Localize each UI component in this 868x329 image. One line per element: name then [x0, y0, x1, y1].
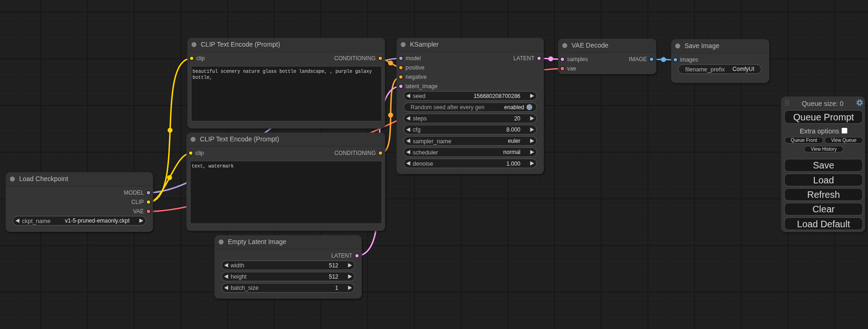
svg-text:bottle,: bottle,	[193, 75, 212, 80]
svg-text:sampler_name: sampler_name	[413, 138, 452, 145]
svg-text:steps: steps	[413, 115, 427, 122]
svg-text:Save: Save	[813, 160, 834, 170]
svg-text:LATENT: LATENT	[513, 55, 535, 62]
svg-text:CONDITIONING: CONDITIONING	[334, 150, 376, 156]
svg-text:filename_prefix: filename_prefix	[685, 66, 726, 73]
svg-text:clip: clip	[197, 55, 205, 62]
svg-text:enabled: enabled	[504, 104, 524, 111]
svg-text:negative: negative	[406, 74, 427, 80]
svg-text:156680208700286: 156680208700286	[473, 93, 520, 99]
svg-text:View Queue: View Queue	[831, 138, 857, 143]
svg-text:Clear: Clear	[812, 204, 835, 214]
svg-text:ComfyUI: ComfyUI	[733, 66, 755, 72]
svg-text:CONDITIONING: CONDITIONING	[334, 55, 376, 62]
svg-text:Refresh: Refresh	[807, 189, 840, 200]
svg-text:Extra options: Extra options	[800, 127, 840, 135]
svg-text:View History: View History	[811, 147, 837, 152]
svg-text:images: images	[680, 56, 699, 63]
svg-text:8.000: 8.000	[506, 126, 520, 133]
svg-text:LATENT: LATENT	[331, 252, 353, 259]
svg-text:1.000: 1.000	[506, 161, 520, 167]
svg-text:512: 512	[329, 262, 338, 269]
svg-text:beautiful scenery nature glass: beautiful scenery nature glass bottle la…	[193, 69, 372, 74]
svg-text:KSampler: KSampler	[410, 41, 439, 48]
svg-text:MODEL: MODEL	[124, 189, 144, 196]
svg-text:CLIP Text Encode (Prompt): CLIP Text Encode (Prompt)	[200, 135, 279, 143]
svg-text:normal: normal	[503, 149, 521, 155]
svg-text:Queue Prompt: Queue Prompt	[793, 112, 854, 122]
svg-text:seed: seed	[413, 93, 425, 99]
svg-text:ckpt_name: ckpt_name	[22, 218, 50, 224]
svg-text:Random seed after every gen: Random seed after every gen	[411, 104, 485, 111]
svg-text:Queue size: 0: Queue size: 0	[802, 100, 843, 107]
svg-text:vae: vae	[567, 65, 577, 72]
svg-text:CLIP: CLIP	[131, 199, 144, 205]
svg-text:512: 512	[329, 273, 338, 280]
svg-text:denoise: denoise	[413, 161, 433, 167]
svg-text:model: model	[406, 55, 421, 62]
svg-text:cfg: cfg	[413, 126, 421, 133]
svg-text:VAE: VAE	[133, 208, 144, 215]
svg-text:positive: positive	[406, 64, 425, 71]
svg-text:1: 1	[335, 285, 339, 291]
svg-text:v1-5-pruned-emaonly.ckpt: v1-5-pruned-emaonly.ckpt	[65, 217, 130, 224]
svg-text:20: 20	[514, 115, 521, 122]
svg-text:Empty Latent Image: Empty Latent Image	[228, 238, 287, 245]
svg-text:text, watermark: text, watermark	[192, 164, 234, 169]
svg-text:samples: samples	[567, 56, 588, 63]
svg-text:CLIP Text Encode (Prompt): CLIP Text Encode (Prompt)	[201, 41, 280, 48]
svg-text:width: width	[230, 262, 244, 269]
svg-text:Queue Front: Queue Front	[791, 138, 817, 143]
svg-text:IMAGE: IMAGE	[629, 56, 647, 63]
svg-text:euler: euler	[508, 138, 521, 144]
svg-text:latent_image: latent_image	[406, 83, 438, 90]
svg-text:batch_size: batch_size	[231, 285, 259, 291]
svg-text:height: height	[231, 273, 247, 280]
svg-text:Load: Load	[813, 175, 834, 185]
svg-text:VAE Decode: VAE Decode	[572, 42, 608, 49]
svg-text:Load Default: Load Default	[797, 219, 850, 229]
svg-text:Save Image: Save Image	[685, 42, 720, 49]
svg-text:Load Checkpoint: Load Checkpoint	[19, 175, 68, 182]
svg-text:scheduler: scheduler	[413, 149, 438, 156]
svg-text:clip: clip	[196, 150, 204, 156]
